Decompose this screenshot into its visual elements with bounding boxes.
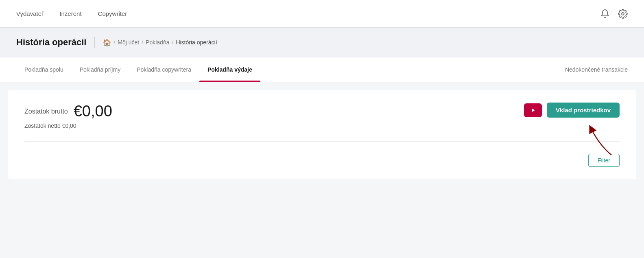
header-divider	[94, 37, 95, 48]
balance-info: Zostatok brutto €0,00 Zostatok netto €0,…	[24, 103, 112, 129]
youtube-icon	[528, 107, 537, 114]
breadcrumb: 🏠 / Môj účet / Pokladňa / História operá…	[103, 39, 217, 46]
netto-amount: €0,00	[62, 122, 76, 129]
breadcrumb-moj-ucet[interactable]: Môj účet	[118, 39, 139, 46]
tab-pokladna-vydaje[interactable]: Pokladňa výdaje	[199, 57, 260, 82]
breadcrumb-sep-2: /	[172, 39, 173, 46]
gear-icon	[618, 9, 628, 19]
home-icon[interactable]: 🏠	[103, 39, 111, 46]
tabs-container: Pokladňa spolu Pokladňa príjmy Pokladňa …	[0, 57, 644, 82]
settings-button[interactable]	[618, 9, 628, 19]
nav-links: Vydavateľ Inzerent Copywriter	[16, 10, 127, 17]
tab-nedokoncene[interactable]: Nedokončené transakcie	[565, 66, 628, 73]
breadcrumb-sep-1: /	[142, 39, 143, 46]
tab-pokladna-spolu[interactable]: Pokladňa spolu	[16, 57, 72, 82]
tab-pokladna-copywritera[interactable]: Pokladňa copywritera	[129, 57, 199, 82]
balance-brutto: Zostatok brutto €0,00	[24, 103, 112, 120]
breadcrumb-pokladna[interactable]: Pokladňa	[146, 39, 169, 46]
main-content: Pokladňa spolu Pokladňa príjmy Pokladňa …	[0, 57, 644, 195]
notifications-button[interactable]	[600, 9, 610, 19]
balance-section: Zostatok brutto €0,00 Zostatok netto €0,…	[8, 90, 636, 179]
brutto-amount: €0,00	[74, 103, 112, 120]
balance-actions: Vklad prostriedkov	[524, 103, 620, 118]
nav-icons	[600, 9, 628, 19]
youtube-button[interactable]	[524, 103, 542, 117]
section-separator	[24, 141, 620, 142]
tab-pokladna-prijmy[interactable]: Pokladňa príjmy	[72, 57, 129, 82]
filter-button[interactable]: Filter	[588, 154, 620, 167]
filter-row: Filter	[24, 150, 620, 167]
nav-vydavatel[interactable]: Vydavateľ	[16, 10, 43, 17]
balance-netto: Zostatok netto €0,00	[24, 122, 112, 129]
vklad-button[interactable]: Vklad prostriedkov	[547, 103, 620, 118]
breadcrumb-current: História operácií	[176, 39, 217, 46]
netto-label: Zostatok netto	[24, 122, 61, 129]
nav-inzerent[interactable]: Inzerent	[59, 10, 81, 17]
bell-icon	[600, 9, 610, 19]
nav-copywriter[interactable]: Copywriter	[98, 10, 127, 17]
tabs-left: Pokladňa spolu Pokladňa príjmy Pokladňa …	[16, 57, 260, 82]
breadcrumb-sep-0: /	[114, 39, 115, 46]
top-nav: Vydavateľ Inzerent Copywriter	[0, 0, 644, 28]
balance-top-row: Zostatok brutto €0,00 Zostatok netto €0,…	[24, 103, 620, 129]
brutto-label: Zostatok brutto	[24, 108, 68, 115]
page-title: História operácií	[16, 37, 86, 48]
page-header: História operácií 🏠 / Môj účet / Pokladň…	[0, 28, 644, 57]
svg-point-0	[622, 13, 624, 15]
